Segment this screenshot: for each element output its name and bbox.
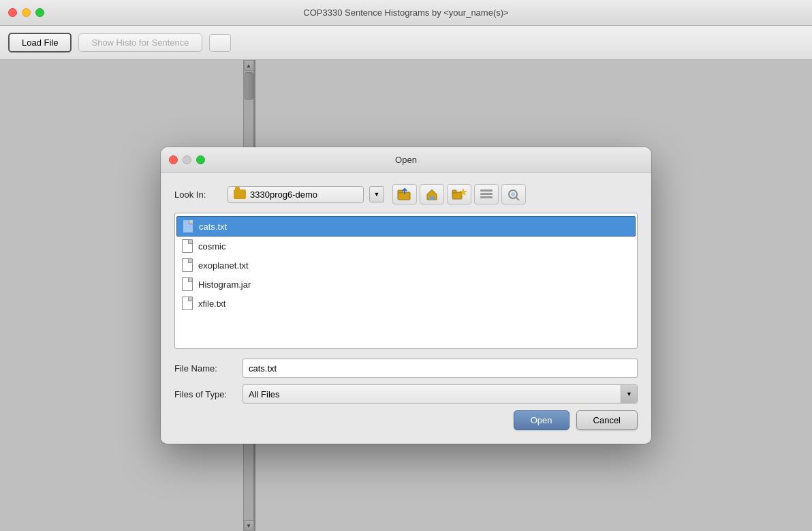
up-folder-button[interactable] bbox=[392, 184, 417, 204]
svg-rect-7 bbox=[480, 193, 493, 195]
close-button[interactable] bbox=[8, 8, 17, 17]
dialog-title: Open bbox=[395, 155, 417, 165]
svg-line-10 bbox=[516, 198, 520, 201]
maximize-button[interactable] bbox=[35, 8, 44, 17]
dialog-max-button[interactable] bbox=[196, 155, 205, 164]
file-name: Histogram.jar bbox=[198, 279, 251, 290]
new-folder-button[interactable] bbox=[447, 184, 471, 204]
svg-rect-6 bbox=[480, 189, 493, 192]
file-name: cats.txt bbox=[199, 222, 227, 232]
open-dialog: Open Look In: 3330prog6-demo ▼ bbox=[161, 147, 651, 444]
folder-dropdown[interactable]: 3330prog6-demo bbox=[228, 186, 364, 203]
title-bar-buttons bbox=[8, 8, 44, 17]
file-name: xfile.txt bbox=[198, 299, 225, 309]
list-view-button[interactable] bbox=[474, 184, 499, 204]
dialog-buttons: Open Cancel bbox=[174, 410, 638, 430]
load-file-button[interactable]: Load File bbox=[8, 33, 72, 52]
toolbar-spacer bbox=[209, 34, 231, 52]
dialog-min-button bbox=[183, 155, 191, 164]
file-name-label: File Name: bbox=[174, 363, 236, 374]
files-of-type-arrow[interactable]: ▼ bbox=[621, 385, 637, 403]
file-icon bbox=[182, 239, 193, 253]
minimize-button[interactable] bbox=[22, 8, 31, 17]
current-folder-text: 3330prog6-demo bbox=[250, 189, 317, 200]
folder-icon bbox=[234, 189, 246, 199]
details-view-button[interactable] bbox=[501, 184, 526, 204]
modal-overlay: Open Look In: 3330prog6-demo ▼ bbox=[0, 60, 812, 531]
home-button[interactable] bbox=[420, 184, 444, 204]
dialog-close-button[interactable] bbox=[169, 155, 178, 164]
title-bar: COP3330 Sentence Histograms by <your_nam… bbox=[0, 0, 812, 26]
file-icon bbox=[182, 297, 193, 310]
file-icon bbox=[182, 277, 193, 291]
file-item[interactable]: cosmic bbox=[175, 237, 637, 256]
file-name-input[interactable] bbox=[243, 359, 638, 378]
file-name: cosmic bbox=[198, 241, 225, 252]
files-of-type-select[interactable]: All Files ▼ bbox=[243, 384, 638, 404]
file-item[interactable]: exoplanet.txt bbox=[175, 256, 637, 275]
file-item[interactable]: xfile.txt bbox=[175, 294, 637, 313]
toolbar: Load File Show Histo for Sentence bbox=[0, 26, 812, 60]
cancel-button[interactable]: Cancel bbox=[576, 410, 638, 430]
svg-rect-2 bbox=[430, 196, 434, 200]
file-list: cats.txt cosmic exoplanet.txt Histogram.… bbox=[174, 213, 638, 349]
window-title: COP3330 Sentence Histograms by <your_nam… bbox=[303, 7, 508, 18]
svg-rect-8 bbox=[480, 196, 493, 198]
dialog-title-bar: Open bbox=[161, 147, 651, 173]
files-of-type-value: All Files bbox=[249, 389, 280, 399]
files-of-type-row: Files of Type: All Files ▼ bbox=[174, 384, 638, 404]
files-of-type-label: Files of Type: bbox=[174, 389, 236, 399]
file-name-row: File Name: bbox=[174, 359, 638, 378]
file-item[interactable]: cats.txt bbox=[176, 216, 636, 237]
svg-rect-4 bbox=[452, 190, 456, 193]
file-icon bbox=[182, 258, 193, 272]
dialog-title-buttons bbox=[169, 155, 205, 164]
file-name: exoplanet.txt bbox=[198, 260, 249, 271]
file-item[interactable]: Histogram.jar bbox=[175, 275, 637, 294]
dialog-body: Look In: 3330prog6-demo ▼ bbox=[161, 173, 651, 444]
dialog-toolbar bbox=[392, 184, 526, 204]
svg-point-11 bbox=[511, 192, 515, 196]
file-icon bbox=[183, 219, 193, 233]
look-in-label: Look In: bbox=[174, 189, 222, 200]
svg-rect-1 bbox=[398, 190, 403, 193]
look-in-row: Look In: 3330prog6-demo ▼ bbox=[174, 184, 638, 204]
open-button[interactable]: Open bbox=[514, 410, 569, 430]
folder-dropdown-arrow[interactable]: ▼ bbox=[369, 186, 384, 202]
show-histo-button: Show Histo for Sentence bbox=[78, 33, 202, 52]
